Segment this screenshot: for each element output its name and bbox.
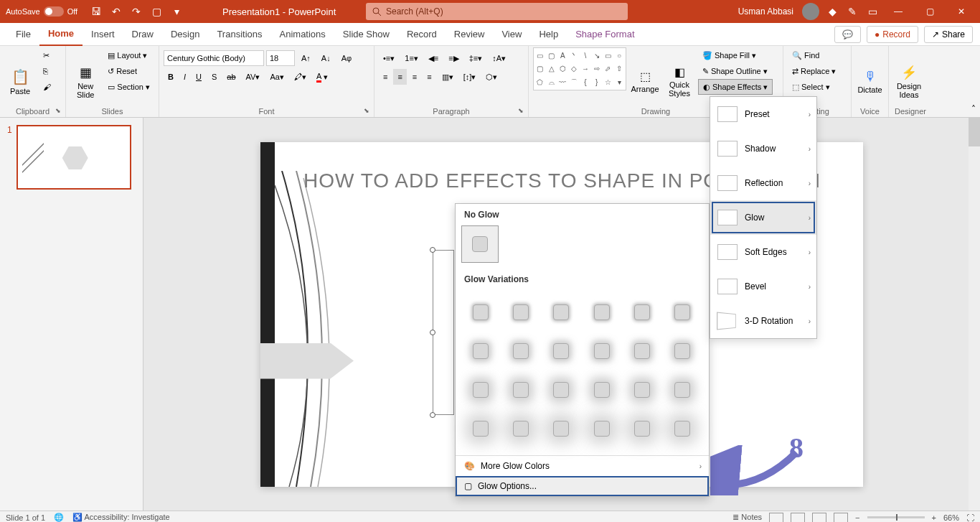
align-right-button[interactable]: ≡ [408, 69, 421, 85]
sorter-view-button[interactable] [791, 513, 805, 523]
glow-swatch[interactable] [585, 373, 618, 406]
glow-swatch[interactable] [545, 373, 578, 406]
diamond-icon[interactable]: ◆ [825, 4, 839, 19]
glow-swatch[interactable] [666, 373, 699, 406]
close-button[interactable]: ✕ [948, 0, 974, 23]
new-slide-button[interactable]: ▦New Slide [70, 47, 100, 116]
increase-font-button[interactable]: A↑ [297, 50, 315, 66]
glow-swatch[interactable] [464, 412, 497, 445]
shape-outline-button[interactable]: ✎ Shape Outline ▾ [698, 63, 773, 79]
tab-view[interactable]: View [493, 23, 530, 46]
resize-handle[interactable] [430, 247, 435, 253]
fit-to-window-button[interactable]: ⛶ [966, 513, 974, 522]
tab-help[interactable]: Help [530, 23, 567, 46]
font-size-input[interactable] [266, 50, 295, 66]
columns-button[interactable]: ▥▾ [438, 69, 458, 85]
effects-reflection[interactable]: Reflection› [710, 166, 816, 200]
underline-button[interactable]: U [192, 69, 206, 85]
italic-button[interactable]: I [179, 69, 190, 85]
vertical-scrollbar[interactable] [969, 118, 980, 511]
decrease-font-button[interactable]: A↓ [317, 50, 335, 66]
slideshow-icon[interactable]: ▢ [149, 4, 164, 19]
save-icon[interactable]: 🖫 [89, 4, 103, 19]
glow-swatch[interactable] [666, 296, 699, 329]
indent-increase-button[interactable]: ≡▶ [444, 50, 463, 66]
undo-icon[interactable]: ↶ [109, 4, 123, 19]
glow-swatch[interactable] [545, 412, 578, 445]
glow-swatch[interactable] [585, 296, 618, 329]
glow-swatch[interactable] [545, 296, 578, 329]
glow-swatch[interactable] [626, 373, 659, 406]
zoom-out-button[interactable]: − [855, 513, 859, 522]
smartart-button[interactable]: ⬡▾ [481, 69, 501, 85]
glow-swatch[interactable] [504, 373, 537, 406]
align-left-button[interactable]: ≡ [379, 69, 392, 85]
language-icon[interactable]: 🌐 [54, 513, 64, 522]
tab-draw[interactable]: Draw [123, 23, 162, 46]
glow-swatch[interactable] [626, 296, 659, 329]
select-button[interactable]: ⬚ Select ▾ [788, 79, 840, 95]
tab-slideshow[interactable]: Slide Show [334, 23, 398, 46]
replace-button[interactable]: ⇄ Replace ▾ [788, 63, 840, 79]
shadow-text-button[interactable]: S [207, 69, 221, 85]
font-color-button[interactable]: A▾ [312, 69, 332, 85]
zoom-slider[interactable] [867, 516, 925, 518]
highlight-button[interactable]: 🖍▾ [290, 69, 311, 85]
share-button[interactable]: ↗ Share [924, 26, 973, 43]
glow-swatch[interactable] [504, 296, 537, 329]
glow-swatch[interactable] [464, 335, 497, 368]
glow-swatch[interactable] [666, 335, 699, 368]
numbering-button[interactable]: 1≡▾ [400, 50, 423, 66]
effects-bevel[interactable]: Bevel› [710, 269, 816, 304]
dictate-button[interactable]: 🎙Dictate [856, 47, 884, 116]
clipboard-launcher[interactable]: ⬊ [55, 107, 62, 114]
justify-button[interactable]: ≡ [423, 69, 435, 85]
toggle-switch[interactable] [44, 6, 64, 17]
autosave-toggle[interactable]: AutoSave Off [0, 6, 83, 17]
minimize-button[interactable]: — [885, 0, 911, 23]
scroll-thumb[interactable] [969, 118, 980, 146]
format-painter-button[interactable]: 🖌 [39, 79, 55, 95]
glow-swatch[interactable] [504, 335, 537, 368]
glow-options[interactable]: ▢Glow Options... [456, 476, 709, 496]
resize-handle[interactable] [430, 412, 435, 418]
tab-home[interactable]: Home [39, 23, 83, 46]
section-button[interactable]: ▭ Section ▾ [103, 79, 154, 95]
tab-design[interactable]: Design [162, 23, 208, 46]
user-name[interactable]: Usman Abbasi [738, 6, 793, 17]
paragraph-launcher[interactable]: ⬊ [518, 107, 525, 114]
strikethrough-button[interactable]: ab [222, 69, 240, 85]
redo-icon[interactable]: ↷ [129, 4, 143, 19]
resize-handle[interactable] [430, 330, 435, 335]
effects-soft-edges[interactable]: Soft Edges› [710, 235, 816, 269]
tab-transitions[interactable]: Transitions [208, 23, 270, 46]
line-spacing-button[interactable]: ‡≡▾ [465, 50, 487, 66]
font-name-input[interactable] [164, 50, 264, 66]
slideshow-view-button[interactable] [834, 513, 848, 523]
glow-swatch[interactable] [585, 412, 618, 445]
find-button[interactable]: 🔍 Find [788, 47, 840, 63]
effects-3d-rotation[interactable]: 3-D Rotation› [710, 304, 816, 338]
more-glow-colors[interactable]: 🎨More Glow Colors› [456, 456, 709, 476]
slide-position[interactable]: Slide 1 of 1 [6, 513, 45, 522]
tab-review[interactable]: Review [446, 23, 494, 46]
tab-record[interactable]: Record [398, 23, 446, 46]
copy-button[interactable]: ⎘ [39, 63, 55, 79]
glow-swatch[interactable] [626, 412, 659, 445]
record-button[interactable]: ● Record [867, 26, 918, 43]
tab-insert[interactable]: Insert [83, 23, 123, 46]
maximize-button[interactable]: ▢ [917, 0, 943, 23]
accessibility-status[interactable]: ♿ Accessibility: Investigate [72, 513, 170, 522]
effects-preset[interactable]: Preset› [710, 97, 816, 131]
notes-button[interactable]: ≣ Notes [732, 513, 762, 522]
paste-button[interactable]: 📋Paste [4, 47, 36, 116]
arrange-button[interactable]: ⬚Arrange [629, 47, 661, 116]
shape-fill-button[interactable]: 🪣 Shape Fill ▾ [698, 47, 773, 63]
glow-swatch[interactable] [666, 412, 699, 445]
tab-shape-format[interactable]: Shape Format [567, 23, 643, 46]
effects-shadow[interactable]: Shadow› [710, 131, 816, 166]
search-input[interactable]: Search (Alt+Q) [366, 3, 628, 20]
pencil-icon[interactable]: ✎ [845, 4, 859, 19]
zoom-in-button[interactable]: + [932, 513, 936, 522]
ribbon-display-icon[interactable]: ▭ [865, 4, 880, 19]
